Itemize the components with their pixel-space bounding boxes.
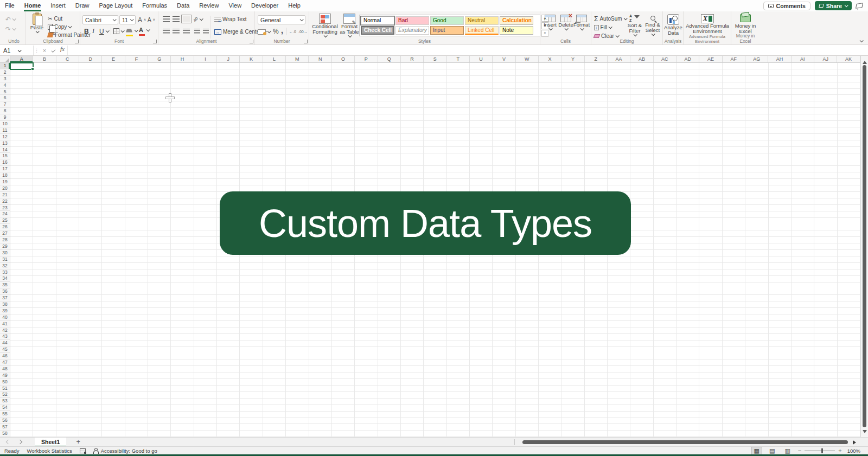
column-header[interactable]: S <box>424 56 446 62</box>
shrink-font-button[interactable]: A˅ <box>148 16 155 23</box>
row-header[interactable]: 46 <box>0 353 10 359</box>
view-normal-button[interactable]: ▦ <box>752 447 762 454</box>
scroll-right-arrow[interactable] <box>853 440 858 445</box>
column-header[interactable]: A <box>10 56 33 62</box>
row-header[interactable]: 33 <box>0 269 10 276</box>
view-page-layout-button[interactable]: ▤ <box>767 447 777 454</box>
accessibility-status[interactable]: Accessibility: Good to go <box>101 448 157 454</box>
style-normal[interactable]: Normal <box>361 16 394 25</box>
increase-decimal-button[interactable]: ←.0 <box>289 28 296 35</box>
italic-button[interactable]: I <box>92 28 94 35</box>
row-header[interactable]: 51 <box>0 386 10 392</box>
column-header[interactable]: H <box>171 56 194 62</box>
fill-button[interactable]: ↓Fill <box>594 24 611 31</box>
autosum-button[interactable]: ΣAutoSum <box>594 15 627 22</box>
row-header[interactable]: 53 <box>0 398 10 404</box>
row-header[interactable]: 22 <box>0 198 10 205</box>
column-header[interactable]: F <box>125 56 148 62</box>
zoom-slider-thumb[interactable] <box>821 448 823 453</box>
insert-cells-button[interactable]: Insert <box>542 15 558 30</box>
bold-button[interactable]: B <box>84 28 89 35</box>
font-name-combo[interactable]: Calibri <box>82 15 118 24</box>
select-all-corner[interactable] <box>0 56 10 62</box>
style-explanatory[interactable]: Explanatory ... <box>395 26 429 35</box>
row-header[interactable]: 4 <box>0 82 10 89</box>
column-header[interactable]: AK <box>837 56 860 62</box>
sort-filter-button[interactable]: AZ Sort & Filter <box>626 14 643 36</box>
copy-button[interactable]: Copy <box>48 23 71 30</box>
style-calculation[interactable]: Calculation <box>500 16 533 25</box>
row-header[interactable]: 21 <box>0 192 10 198</box>
column-header[interactable]: I <box>194 56 217 62</box>
row-header[interactable]: 29 <box>0 243 10 250</box>
row-header[interactable]: 49 <box>0 372 10 379</box>
column-header[interactable]: N <box>309 56 331 62</box>
name-box[interactable]: A1 <box>0 46 34 55</box>
zoom-slider-track[interactable] <box>805 451 835 451</box>
align-left-icon[interactable] <box>163 29 170 34</box>
column-header[interactable]: R <box>401 56 424 62</box>
row-header[interactable]: 17 <box>0 166 10 172</box>
column-header[interactable]: AE <box>699 56 722 62</box>
row-header[interactable]: 13 <box>0 140 10 147</box>
alignment-dialog-launcher[interactable] <box>250 40 253 43</box>
percent-style-button[interactable]: % <box>273 28 279 35</box>
insert-function-button[interactable]: fx <box>58 46 67 55</box>
column-header[interactable]: U <box>470 56 493 62</box>
column-header[interactable]: AC <box>654 56 676 62</box>
borders-button[interactable] <box>113 28 124 35</box>
undo-button[interactable]: ↶ <box>5 16 15 23</box>
enter-button[interactable] <box>49 46 58 55</box>
row-header[interactable]: 2 <box>0 69 10 76</box>
tab-formulas[interactable]: Formulas <box>137 0 172 11</box>
style-good[interactable]: Good <box>430 16 464 25</box>
row-header[interactable]: 32 <box>0 263 10 269</box>
column-header[interactable]: C <box>56 56 79 62</box>
column-header[interactable]: D <box>79 56 102 62</box>
decrease-indent-icon[interactable] <box>194 29 200 34</box>
accounting-format-button[interactable] <box>258 28 270 35</box>
view-page-break-button[interactable]: ▥ <box>782 447 792 454</box>
zoom-level[interactable]: 100% <box>847 448 860 454</box>
row-header[interactable]: 41 <box>0 321 10 327</box>
row-header[interactable]: 20 <box>0 185 10 192</box>
clipboard-dialog-launcher[interactable] <box>75 40 79 43</box>
row-header[interactable]: 56 <box>0 418 10 424</box>
find-select-button[interactable]: Find & Select <box>644 14 661 36</box>
column-header[interactable]: X <box>539 56 561 62</box>
zoom-out-button[interactable]: − <box>798 448 801 453</box>
sheet-tab-sheet1[interactable]: Sheet1 <box>35 438 66 447</box>
paste-button[interactable]: Paste <box>28 14 46 33</box>
next-sheet-arrow[interactable] <box>18 440 22 444</box>
tab-page-layout[interactable]: Page Layout <box>94 0 137 11</box>
cancel-button[interactable]: × <box>40 46 49 55</box>
column-header[interactable]: Q <box>378 56 401 62</box>
column-header[interactable]: AA <box>608 56 630 62</box>
column-header[interactable]: Z <box>585 56 608 62</box>
row-header[interactable]: 26 <box>0 224 10 230</box>
row-header[interactable]: 15 <box>0 153 10 159</box>
row-header[interactable]: 6 <box>0 95 10 101</box>
row-header[interactable]: 9 <box>0 114 10 121</box>
formula-bar-drag-handle[interactable]: ⋮ <box>34 46 40 55</box>
macro-record-icon[interactable] <box>80 448 86 453</box>
row-header[interactable]: 30 <box>0 250 10 256</box>
font-color-button[interactable]: A <box>139 27 149 34</box>
column-header[interactable]: Y <box>561 56 584 62</box>
grow-font-button[interactable]: A˄ <box>138 16 146 23</box>
row-header[interactable]: 24 <box>0 211 10 217</box>
column-header[interactable]: P <box>355 56 378 62</box>
row-header[interactable]: 36 <box>0 288 10 295</box>
column-header[interactable]: W <box>516 56 539 62</box>
row-header[interactable]: 12 <box>0 134 10 140</box>
format-cells-button[interactable]: Format <box>574 15 589 30</box>
align-right-icon[interactable] <box>183 29 190 34</box>
row-header[interactable]: 58 <box>0 431 10 437</box>
decrease-decimal-button[interactable]: .00→ <box>298 28 308 35</box>
row-header[interactable]: 5 <box>0 89 10 95</box>
column-header[interactable]: M <box>286 56 309 62</box>
tab-review[interactable]: Review <box>194 0 224 11</box>
collapse-ribbon-chevron[interactable] <box>860 38 864 42</box>
row-header[interactable]: 52 <box>0 391 10 398</box>
row-header[interactable]: 34 <box>0 275 10 282</box>
